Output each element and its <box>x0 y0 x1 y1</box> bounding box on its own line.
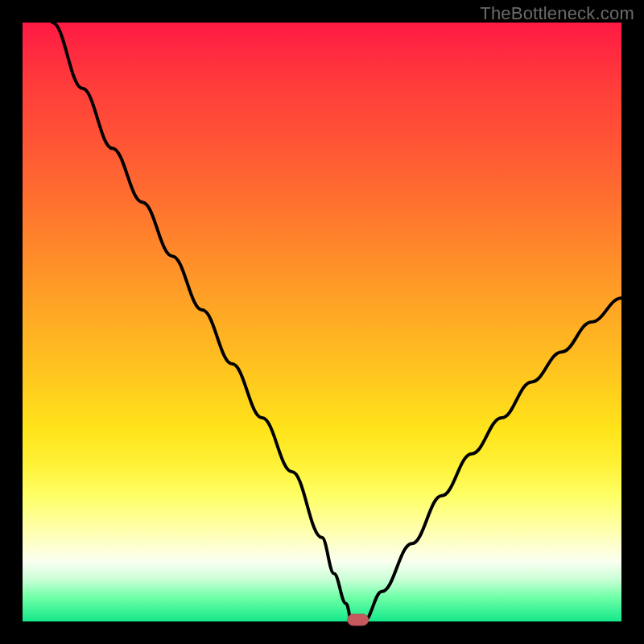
chart-frame: TheBottleneck.com <box>0 0 644 644</box>
bottleneck-curve <box>52 23 621 621</box>
optimum-marker <box>348 614 369 625</box>
chart-svg <box>23 23 621 621</box>
plot-area <box>23 23 621 621</box>
watermark-text: TheBottleneck.com <box>480 3 634 24</box>
